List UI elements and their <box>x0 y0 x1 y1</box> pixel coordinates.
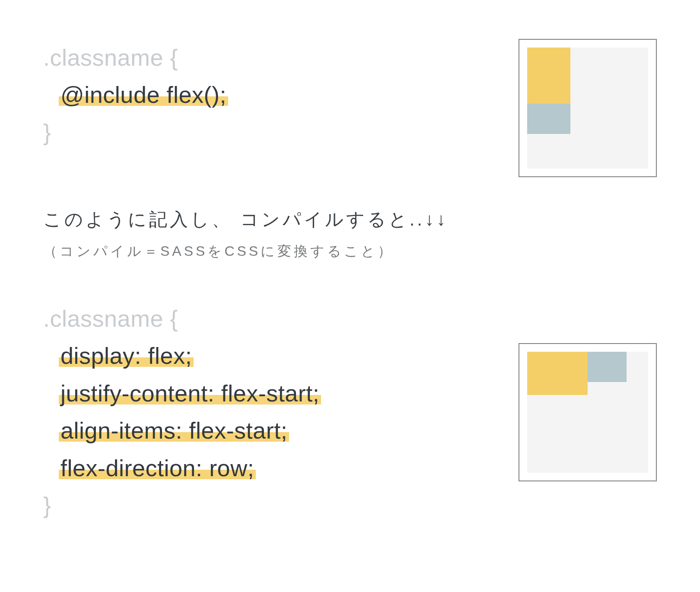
flex-item-blue <box>527 104 570 134</box>
flex-item-yellow <box>527 352 588 395</box>
flex-item-yellow <box>527 48 570 104</box>
code-line-highlight: flex-direction: row; <box>60 455 254 481</box>
caption-sub: （コンパイル＝SASSをCSSに変換すること） <box>43 242 657 261</box>
code-line-highlight: justify-content: flex-start; <box>60 380 319 406</box>
flex-item-blue <box>588 352 627 382</box>
flex-container-column <box>527 48 648 169</box>
example-block-2: .classname { display: flex; justify-cont… <box>43 300 657 524</box>
example-block-1: .classname { @include flex(); } <box>43 39 657 177</box>
caption-main: このように記入し、 コンパイルすると..↓↓ <box>43 207 657 232</box>
flex-diagram-row <box>519 343 657 481</box>
code-close-brace: } <box>43 119 51 145</box>
code-line-highlight: align-items: flex-start; <box>60 417 287 443</box>
flex-container-row <box>527 352 648 473</box>
code-sass: .classname { @include flex(); } <box>43 39 501 151</box>
code-line-highlight: display: flex; <box>60 343 192 369</box>
flex-diagram-column <box>519 39 657 177</box>
code-close-brace: } <box>43 492 51 518</box>
code-selector: .classname { <box>43 306 178 331</box>
code-selector: .classname { <box>43 45 178 70</box>
code-css: .classname { display: flex; justify-cont… <box>43 300 501 524</box>
code-line-highlight: @include flex(); <box>60 82 226 108</box>
